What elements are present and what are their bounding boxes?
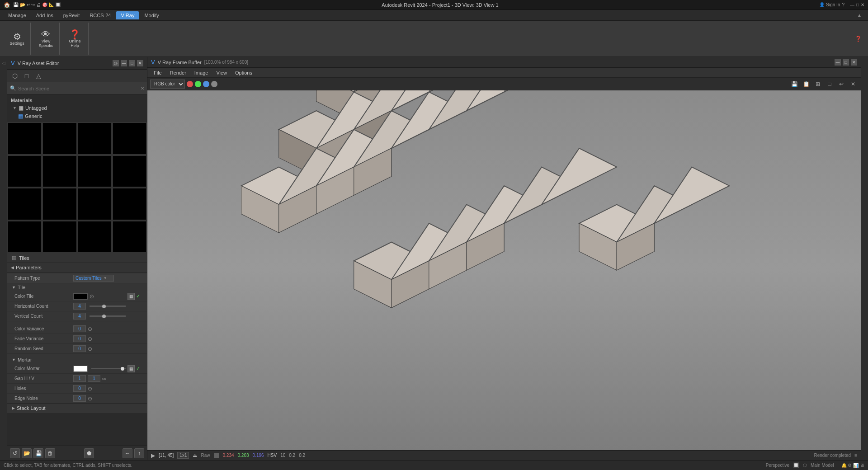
materials-header: Materials <box>7 97 147 104</box>
edge-noise-spinner[interactable]: ⊙ <box>88 395 92 402</box>
panel-minimize-btn[interactable]: — <box>121 60 127 66</box>
pattern-dropdown-arrow: ▼ <box>104 276 107 280</box>
close-btn[interactable]: ✕ <box>861 2 864 7</box>
holes-input[interactable] <box>73 385 86 392</box>
minimize-btn[interactable]: — <box>850 2 854 7</box>
fb-maximize-btn[interactable]: □ <box>843 59 849 66</box>
edge-noise-input[interactable] <box>73 395 86 402</box>
fb-save-btn[interactable]: 💾 <box>789 79 799 89</box>
materials-icon-btn[interactable]: ⬡ <box>10 71 20 81</box>
random-seed-input[interactable] <box>73 345 86 352</box>
save-btn[interactable]: 💾 <box>33 448 43 458</box>
delete-btn[interactable]: 🗑 <box>45 448 55 458</box>
color-dot-green[interactable] <box>195 81 201 87</box>
vertical-count-input[interactable] <box>73 313 86 320</box>
tile-cell-13 <box>42 221 77 254</box>
lights-icon-btn[interactable]: △ <box>33 71 43 81</box>
vertical-count-label: Vertical Count <box>14 314 73 319</box>
fb-menu-image[interactable]: Image <box>191 69 212 76</box>
tree-item-untagged[interactable]: ▼ ▦ Untagged <box>7 104 147 112</box>
fb-menu-render[interactable]: Render <box>166 69 190 76</box>
search-clear-icon[interactable]: ✕ <box>141 86 144 91</box>
refresh-btn[interactable]: ↺ <box>10 448 20 458</box>
fade-variance-input[interactable] <box>73 335 86 342</box>
sidebar-toggle[interactable]: ◁ <box>1 59 6 67</box>
panel-maximize-btn[interactable]: □ <box>129 60 135 66</box>
fb-menu-options[interactable]: Options <box>231 69 256 76</box>
pattern-type-dropdown[interactable]: Custom Tiles ▼ <box>73 275 114 282</box>
horizontal-slider-thumb[interactable] <box>102 305 106 308</box>
user-sign-in[interactable]: 👤 Sign In <box>819 2 840 7</box>
fade-variance-spinner[interactable]: ⊙ <box>88 336 92 342</box>
holes-spinner[interactable]: ⊙ <box>88 385 92 392</box>
open-btn[interactable]: 📂 <box>22 448 32 458</box>
search-input[interactable] <box>18 86 141 91</box>
fb-zoom-btn[interactable]: ⊞ <box>813 79 823 89</box>
tab-modify[interactable]: Modify <box>140 11 163 19</box>
tab-pyrevit[interactable]: pyRevit <box>59 11 85 19</box>
fb-close-btn[interactable]: ✕ <box>851 59 857 66</box>
horizontal-count-value <box>73 303 142 310</box>
color-tile-spinner[interactable]: ⊙ <box>90 293 94 300</box>
color-tile-texture-btn[interactable]: ▦ <box>127 293 135 300</box>
tile-cell-14 <box>77 221 112 254</box>
color-variance-input[interactable] <box>73 325 86 332</box>
tile-expand-icon: ▼ <box>12 285 16 290</box>
ribbon-group-view-specific: 👁 ViewSpecific <box>33 23 60 55</box>
vertical-slider-thumb[interactable] <box>102 315 106 318</box>
expand-icon[interactable]: ≡ <box>854 453 857 458</box>
help-button-right[interactable]: ❓ <box>852 23 864 55</box>
maximize-btn[interactable]: □ <box>856 2 859 7</box>
mortar-slider-thumb[interactable] <box>121 367 124 371</box>
panel-close-btn[interactable]: ✕ <box>137 60 143 66</box>
prev-btn[interactable]: ← <box>123 448 132 458</box>
color-variance-spinner[interactable]: ⊙ <box>88 326 92 332</box>
color-mortar-value <box>73 366 127 372</box>
fb-menu-file[interactable]: File <box>150 69 165 76</box>
tab-manage[interactable]: Manage <box>4 11 31 19</box>
help-btn[interactable]: ? <box>842 2 844 7</box>
help-online-btn[interactable]: ❓ OnlineHelp <box>67 28 82 49</box>
color-dot-red[interactable] <box>187 81 193 87</box>
fb-close2-btn[interactable]: ✕ <box>848 79 858 89</box>
gap-hv-value: ∞ <box>73 375 142 382</box>
geometry-icon-btn[interactable]: □ <box>22 71 32 81</box>
color-dot-blue[interactable] <box>203 81 209 87</box>
settings-btn[interactable]: ⚙ Settings <box>8 31 26 47</box>
color-dot-alpha[interactable] <box>211 81 217 87</box>
collapse-ribbon-btn[interactable]: ▲ <box>854 13 864 18</box>
view-specific-btn[interactable]: 👁 ViewSpecific <box>38 28 55 49</box>
render-scene <box>147 90 861 450</box>
link-icon[interactable]: ∞ <box>102 375 106 382</box>
tile-cell-8 <box>7 188 42 221</box>
gap-v-input[interactable] <box>88 375 100 382</box>
panel-eye-btn[interactable]: ◎ <box>113 60 119 66</box>
color-variance-row: Color Variance ⊙ <box>7 324 147 334</box>
tile-subsection-header[interactable]: ▼ Tile <box>7 283 147 291</box>
gap-h-input[interactable] <box>73 375 86 382</box>
fb-menu-view[interactable]: View <box>212 69 231 76</box>
fb-minimize-btn[interactable]: — <box>835 59 841 66</box>
tab-addins[interactable]: Add-Ins <box>32 11 58 19</box>
color-mortar-swatch[interactable] <box>73 366 88 372</box>
tree-item-generic[interactable]: ▦ Generic <box>7 112 147 120</box>
fb-fit-btn[interactable]: □ <box>825 79 835 89</box>
color-mode-select[interactable]: RGB color <box>150 80 185 89</box>
fb-copy-btn[interactable]: 📋 <box>801 79 811 89</box>
tab-rccs24[interactable]: RCCS-24 <box>85 11 115 19</box>
color-mortar-label: Color Mortar <box>14 366 73 371</box>
stamp-btn[interactable]: ⬟ <box>84 448 94 458</box>
ribbon-tab-bar: Manage Add-Ins pyRevit RCCS-24 V-Ray Mod… <box>0 10 868 21</box>
random-seed-spinner[interactable]: ⊙ <box>88 346 92 352</box>
mortar-subsection-header[interactable]: ▼ Mortar <box>7 356 147 364</box>
color-mortar-texture-btn[interactable]: ▦ <box>127 365 135 372</box>
tab-vray[interactable]: V-Ray <box>116 11 139 19</box>
parameters-label: Parameters <box>16 265 42 270</box>
scale-icon: 🔲 <box>793 462 799 468</box>
stack-layout-header[interactable]: ▶ Stack Layout <box>7 404 147 412</box>
color-tile-swatch[interactable] <box>73 293 88 300</box>
up-btn[interactable]: ↑ <box>134 448 144 458</box>
fb-undo-btn[interactable]: ↩ <box>836 79 846 89</box>
parameters-header[interactable]: ◀ Parameters <box>7 263 147 273</box>
horizontal-count-input[interactable] <box>73 303 86 310</box>
